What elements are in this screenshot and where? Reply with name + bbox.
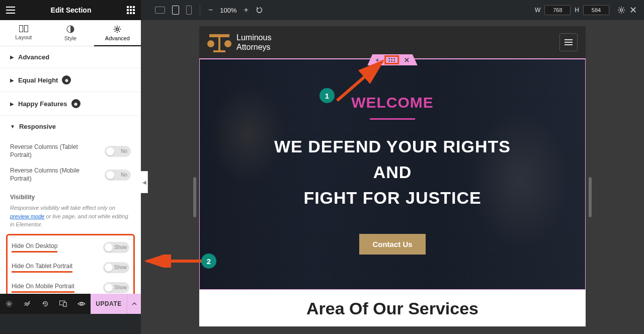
height-label: H	[575, 7, 579, 14]
svg-point-0	[620, 9, 623, 12]
hide-mobile-toggle[interactable]: Show	[103, 282, 129, 293]
add-section-icon[interactable]: +	[375, 56, 379, 64]
site-header: LuminousAttorneys	[199, 26, 586, 58]
zoom-reset-icon[interactable]	[256, 6, 264, 14]
device-mobile-icon[interactable]	[186, 6, 192, 15]
page-settings-icon[interactable]	[0, 294, 18, 314]
preview-mode-link[interactable]: preview mode	[10, 213, 44, 219]
caret-right-icon: ▶	[10, 54, 14, 60]
menu-icon[interactable]	[6, 7, 15, 14]
caret-down-icon: ▼	[10, 124, 15, 129]
control-hide-tablet: Hide On Tablet Portrait Show	[12, 258, 129, 278]
history-icon[interactable]	[36, 294, 54, 314]
hide-tablet-toggle[interactable]: Show	[103, 262, 129, 273]
topbar-panel-header: Edit Section	[0, 0, 141, 20]
tab-layout-label: Layout	[15, 34, 32, 40]
svg-rect-2	[24, 26, 28, 32]
annotation-badge-1: 1	[319, 88, 335, 103]
canvas-area: LuminousAttorneys + ✕ WELCOME WE DEFEND …	[141, 20, 644, 334]
editor-sidebar: Layout Style Advanced ▶ Advanced ▶ Equal…	[0, 20, 141, 314]
navigator-icon[interactable]	[18, 294, 36, 314]
hamburger-icon	[565, 39, 573, 45]
close-icon[interactable]: ✕	[629, 5, 637, 16]
tab-style-label: Style	[64, 35, 76, 41]
hide-tablet-label: Hide On Tablet Portrait	[12, 263, 72, 273]
tab-advanced-label: Advanced	[105, 35, 130, 41]
hide-desktop-toggle[interactable]: Show	[103, 242, 129, 253]
svg-rect-7	[63, 302, 66, 306]
responsive-devices	[155, 6, 192, 15]
services-heading: Area Of Our Services	[199, 290, 586, 326]
logo-text: LuminousAttorneys	[236, 33, 271, 52]
device-desktop-icon[interactable]	[155, 7, 165, 14]
hide-desktop-label: Hide On Desktop	[12, 242, 57, 253]
accordion-advanced-label: Advanced	[18, 53, 49, 61]
plugin-badge-icon: ☻	[71, 99, 80, 108]
visibility-controls-highlight: Hide On Desktop Show Hide On Tablet Port…	[6, 234, 135, 301]
plugin-badge-icon: ☻	[62, 75, 71, 85]
zoom-value: 100%	[220, 7, 236, 14]
panel-title: Edit Section	[15, 6, 127, 14]
delete-section-icon[interactable]: ✕	[404, 56, 410, 64]
hero-welcome: WELCOME	[351, 94, 434, 111]
svg-point-4	[116, 28, 119, 31]
zoom-in-icon[interactable]: +	[244, 6, 249, 15]
apps-grid-icon[interactable]	[127, 6, 135, 14]
tab-advanced[interactable]: Advanced	[94, 20, 141, 46]
reverse-tablet-toggle[interactable]: No	[105, 146, 131, 157]
gear-icon	[113, 25, 121, 33]
control-reverse-mobile: Reverse Columns (Mobile Portrait) No	[10, 163, 131, 187]
divider	[200, 5, 200, 15]
zoom-out-icon[interactable]: −	[208, 6, 213, 15]
tab-layout[interactable]: Layout	[0, 20, 47, 46]
accordion-advanced[interactable]: ▶ Advanced	[0, 46, 141, 68]
device-tablet-icon[interactable]	[172, 6, 179, 15]
topbar-center: − 100% +	[141, 5, 535, 15]
help-pre: Responsive visibility will take effect o…	[10, 205, 115, 211]
svg-point-8	[80, 303, 83, 305]
panel-tabs: Layout Style Advanced	[0, 20, 141, 46]
hero-divider	[370, 118, 415, 120]
update-options-caret[interactable]	[127, 294, 141, 314]
accordion-happy-features[interactable]: ▶ Happy Features ☻	[0, 92, 141, 116]
hide-mobile-label: Hide On Mobile Portrait	[12, 283, 74, 293]
visibility-header: Visibility	[10, 187, 131, 204]
accordion-responsive[interactable]: ▼ Responsive	[0, 116, 141, 137]
panel-collapse-tab[interactable]: ◀	[141, 171, 148, 193]
contact-button[interactable]: Contact Us	[359, 234, 425, 255]
canvas-handle-left[interactable]	[193, 177, 196, 217]
preview-eye-icon[interactable]	[72, 294, 91, 314]
hero-section[interactable]: WELCOME WE DEFEND YOUR RIGHTS AND FIGHT …	[199, 58, 586, 290]
style-icon	[66, 25, 74, 33]
settings-gear-icon[interactable]	[617, 6, 625, 14]
width-label: W	[535, 7, 540, 14]
responsive-mode-icon[interactable]	[54, 294, 72, 314]
visibility-help: Responsive visibility will take effect o…	[10, 204, 131, 232]
site-logo[interactable]: LuminousAttorneys	[207, 31, 271, 53]
hero-title: WE DEFEND YOUR RIGHTS AND FIGHT FOR JUST…	[274, 134, 511, 211]
svg-point-5	[8, 303, 10, 305]
edit-section-handle-icon[interactable]	[384, 55, 399, 64]
preview-canvas: LuminousAttorneys + ✕ WELCOME WE DEFEND …	[199, 26, 586, 326]
caret-right-icon: ▶	[10, 77, 14, 83]
tab-style[interactable]: Style	[47, 20, 94, 46]
accordion-responsive-label: Responsive	[19, 123, 56, 130]
mobile-menu-toggle[interactable]	[559, 33, 578, 51]
responsive-section: Reverse Columns (Tablet Portrait) No Rev…	[0, 137, 141, 232]
canvas-width-input[interactable]	[544, 5, 571, 15]
section-handle: + ✕	[367, 54, 418, 65]
control-hide-desktop: Hide On Desktop Show	[12, 237, 129, 258]
reverse-tablet-label: Reverse Columns (Tablet Portrait)	[10, 143, 86, 159]
annotation-badge-2: 2	[201, 254, 216, 269]
zoom-controls: − 100% +	[208, 6, 264, 15]
bottombar-icons	[0, 294, 91, 314]
reverse-mobile-label: Reverse Columns (Mobile Portrait)	[10, 167, 86, 183]
accordion-equal-height[interactable]: ▶ Equal Height ☻	[0, 68, 141, 92]
canvas-handle-right[interactable]	[589, 177, 592, 217]
update-button[interactable]: UPDATE	[91, 294, 127, 314]
control-reverse-tablet: Reverse Columns (Tablet Portrait) No	[10, 139, 131, 163]
reverse-mobile-toggle[interactable]: No	[105, 170, 131, 181]
topbar-right: W H ✕	[535, 5, 644, 16]
canvas-height-input[interactable]	[583, 5, 609, 15]
accordion-equal-height-label: Equal Height	[18, 76, 58, 84]
